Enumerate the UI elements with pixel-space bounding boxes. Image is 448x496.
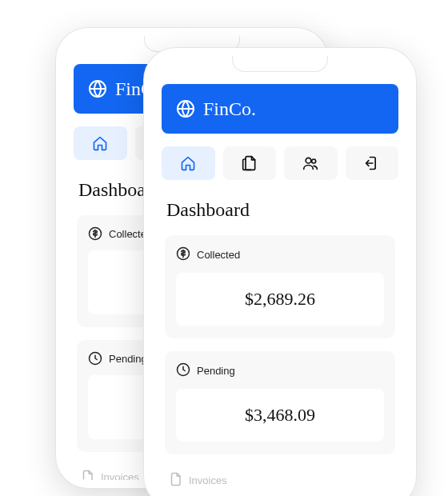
collected-amount: $2,689.26 [245, 289, 315, 310]
svg-point-7 [312, 159, 316, 163]
tab-home[interactable] [162, 146, 215, 180]
card-header-pending: Pending [176, 362, 384, 379]
tab-home[interactable] [74, 126, 127, 160]
card-collected: Collected $2,689.26 [165, 235, 395, 338]
invoices-label: Invoices [101, 471, 139, 481]
card-pending-label: Pending [197, 365, 235, 377]
card-collected-label: Collected [197, 249, 240, 261]
screen: FinCo. Dashboard C [152, 56, 408, 496]
phone-mockup-front: FinCo. Dashboard C [144, 48, 416, 496]
card-header-collected: Collected [176, 246, 384, 263]
globe-icon [88, 79, 107, 98]
card-pending-label: Pending [109, 353, 147, 365]
page-title: Dashboard [166, 199, 394, 221]
invoices-label: Invoices [189, 474, 227, 486]
brand-name: FinCo. [203, 98, 256, 120]
pending-amount: $3,468.09 [245, 405, 315, 426]
app-header: FinCo. [162, 84, 398, 134]
card-pending: Pending $3,468.09 [165, 351, 395, 454]
dollar-circle-icon [176, 246, 190, 263]
card-body: $3,468.09 [176, 389, 384, 442]
tab-bar [152, 142, 408, 188]
section-invoices: Invoices [165, 467, 395, 494]
svg-point-6 [306, 158, 311, 163]
phone-notch [232, 54, 328, 72]
tab-users[interactable] [284, 146, 338, 180]
clock-icon [176, 362, 190, 379]
tab-logout[interactable] [346, 146, 399, 180]
card-body: $2,689.26 [176, 273, 384, 326]
tab-documents[interactable] [223, 146, 277, 180]
content: Dashboard Collected $2,689.26 Pe [152, 188, 408, 496]
document-icon [168, 472, 182, 489]
globe-icon [176, 99, 195, 118]
